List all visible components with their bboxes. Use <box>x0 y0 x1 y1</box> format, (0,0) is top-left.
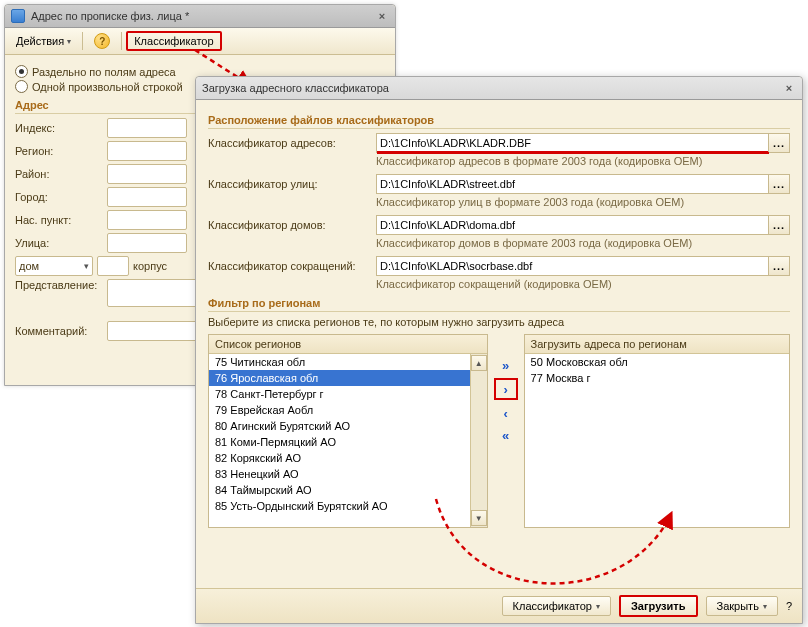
address-toolbar: Действия ▾ ? Классификатор <box>5 28 395 55</box>
dialog-titlebar: Загрузка адресного классификатора × <box>196 77 802 100</box>
classifier-button[interactable]: Классификатор <box>126 31 221 51</box>
street-path-value: D:\1CInfo\KLADR\street.dbf <box>380 178 515 190</box>
addr-path-value: D:\1CInfo\KLADR\KLADR.DBF <box>380 137 531 149</box>
street-path-field[interactable]: D:\1CInfo\KLADR\street.dbf ... <box>376 174 790 194</box>
help-icon[interactable]: ? <box>786 600 792 612</box>
move-right-button[interactable]: › <box>494 378 518 400</box>
korpus-label: корпус <box>133 260 167 272</box>
street-field[interactable] <box>107 233 187 253</box>
app-icon <box>11 9 25 23</box>
dialog-body: Расположение файлов классификаторов Клас… <box>196 100 802 588</box>
addr-path-label: Классификатор адресов: <box>208 137 376 149</box>
addr-path-hint: Классификатор адресов в формате 2003 год… <box>376 155 790 167</box>
section-filter: Фильтр по регионам <box>208 297 790 312</box>
address-title: Адрес по прописке физ. лица * <box>31 10 189 22</box>
abbr-path-field[interactable]: D:\1CInfo\KLADR\socrbase.dbf ... <box>376 256 790 276</box>
comment-label: Комментарий: <box>15 325 107 337</box>
footer-classifier-label: Классификатор <box>513 600 592 612</box>
list-item[interactable]: 75 Читинская обл <box>209 354 487 370</box>
move-left-button[interactable]: ‹ <box>496 404 516 422</box>
radio-icon <box>15 80 28 93</box>
filter-hint: Выберите из списка регионов те, по котор… <box>208 316 790 328</box>
house-path-value: D:\1CInfo\KLADR\doma.dbf <box>380 219 515 231</box>
close-icon[interactable]: × <box>782 81 796 95</box>
dialog-footer: Классификатор ▾ Загрузить Закрыть ▾ ? <box>196 588 802 623</box>
chevron-down-icon: ▾ <box>763 602 767 611</box>
close-icon[interactable]: × <box>375 9 389 23</box>
settlement-field[interactable] <box>107 210 187 230</box>
house-path-field[interactable]: D:\1CInfo\KLADR\doma.dbf ... <box>376 215 790 235</box>
list-item[interactable]: 80 Агинский Бурятский АО <box>209 418 487 434</box>
repr-label: Представление: <box>15 279 107 291</box>
house-field[interactable] <box>97 256 129 276</box>
region-field[interactable] <box>107 141 187 161</box>
classifier-label: Классификатор <box>134 35 213 47</box>
selected-regions-list[interactable]: Загрузить адреса по регионам 50 Московск… <box>524 334 790 528</box>
radio-one-label: Одной произвольной строкой <box>32 81 183 93</box>
house-type-combo[interactable]: дом ▾ <box>15 256 93 276</box>
region-label: Регион: <box>15 145 107 157</box>
scroll-down-button[interactable]: ▼ <box>471 510 487 526</box>
index-field[interactable] <box>107 118 187 138</box>
selected-regions-header: Загрузить адреса по регионам <box>525 335 789 354</box>
addr-path-field[interactable]: D:\1CInfo\KLADR\KLADR.DBF ... <box>376 133 790 153</box>
load-button[interactable]: Загрузить <box>619 595 698 617</box>
help-icon: ? <box>94 33 110 49</box>
scroll-up-button[interactable]: ▲ <box>471 355 487 371</box>
actions-menu[interactable]: Действия ▾ <box>9 31 78 51</box>
abbr-path-value: D:\1CInfo\KLADR\socrbase.dbf <box>380 260 532 272</box>
street-label: Улица: <box>15 237 107 249</box>
regions-list[interactable]: Список регионов 75 Читинская обл76 Яросл… <box>208 334 488 528</box>
dialog-title: Загрузка адресного классификатора <box>202 82 389 94</box>
close-button[interactable]: Закрыть ▾ <box>706 596 778 616</box>
street-path-label: Классификатор улиц: <box>208 178 376 190</box>
list-item[interactable]: 83 Ненецкий АО <box>209 466 487 482</box>
list-item[interactable]: 82 Корякский АО <box>209 450 487 466</box>
district-label: Район: <box>15 168 107 180</box>
radio-icon <box>15 65 28 78</box>
chevron-down-icon: ▾ <box>67 37 71 46</box>
load-label: Загрузить <box>631 600 686 612</box>
annotation-underline <box>377 151 769 154</box>
list-item[interactable]: 76 Ярославская обл <box>209 370 487 386</box>
list-item[interactable]: 81 Коми-Пермяцкий АО <box>209 434 487 450</box>
radio-split-label: Раздельно по полям адреса <box>32 66 176 78</box>
move-buttons: » › ‹ « <box>494 334 518 528</box>
city-label: Город: <box>15 191 107 203</box>
settlement-label: Нас. пункт: <box>15 214 107 226</box>
city-field[interactable] <box>107 187 187 207</box>
section-files: Расположение файлов классификаторов <box>208 114 790 129</box>
regions-list-header: Список регионов <box>209 335 487 354</box>
browse-button[interactable]: ... <box>768 257 789 275</box>
list-item[interactable]: 85 Усть-Ордынский Бурятский АО <box>209 498 487 514</box>
list-item[interactable]: 79 Еврейская Аобл <box>209 402 487 418</box>
move-all-right-button[interactable]: » <box>496 356 516 374</box>
help-button[interactable]: ? <box>87 29 117 53</box>
region-filter: Список регионов 75 Читинская обл76 Яросл… <box>208 334 790 528</box>
actions-label: Действия <box>16 35 64 47</box>
scrollbar[interactable]: ▲ ▼ <box>470 354 487 527</box>
street-path-hint: Классификатор улиц в формате 2003 года (… <box>376 196 790 208</box>
move-all-left-button[interactable]: « <box>496 426 516 444</box>
browse-button[interactable]: ... <box>768 175 789 193</box>
browse-button[interactable]: ... <box>768 134 789 152</box>
house-type-label: дом <box>19 260 39 272</box>
chevron-down-icon: ▾ <box>84 261 89 271</box>
load-classifier-dialog: Загрузка адресного классификатора × Расп… <box>195 76 803 624</box>
footer-classifier-button[interactable]: Классификатор ▾ <box>502 596 611 616</box>
close-label: Закрыть <box>717 600 759 612</box>
list-item[interactable]: 84 Таймырский АО <box>209 482 487 498</box>
list-item[interactable]: 50 Московская обл <box>525 354 789 370</box>
district-field[interactable] <box>107 164 187 184</box>
list-item[interactable]: 78 Санкт-Петербург г <box>209 386 487 402</box>
abbr-path-hint: Классификатор сокращений (кодировка ОЕМ) <box>376 278 790 290</box>
toolbar-separator <box>121 32 122 50</box>
chevron-down-icon: ▾ <box>596 602 600 611</box>
abbr-path-label: Классификатор сокращений: <box>208 260 376 272</box>
browse-button[interactable]: ... <box>768 216 789 234</box>
index-label: Индекс: <box>15 122 107 134</box>
list-item[interactable]: 77 Москва г <box>525 370 789 386</box>
house-path-label: Классификатор домов: <box>208 219 376 231</box>
house-path-hint: Классификатор домов в формате 2003 года … <box>376 237 790 249</box>
toolbar-separator <box>82 32 83 50</box>
